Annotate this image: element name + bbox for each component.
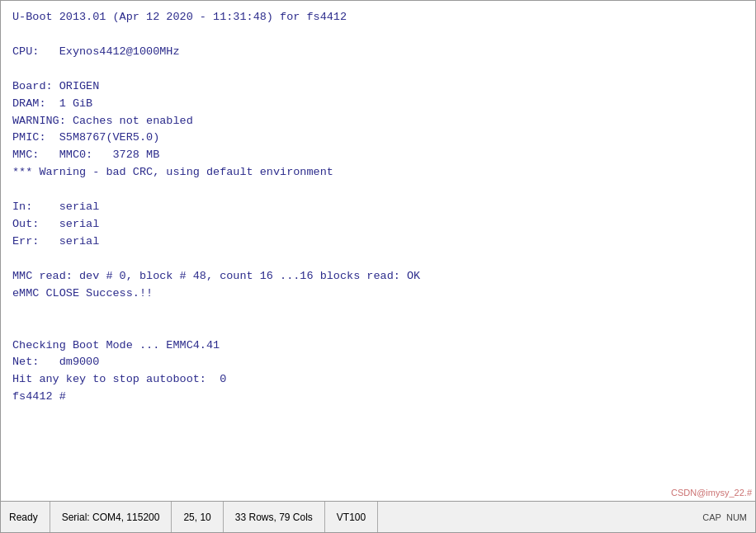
status-serial: Serial: COM4, 115200: [50, 502, 172, 532]
status-bar: Ready Serial: COM4, 115200 25, 10 33 Row…: [1, 501, 755, 532]
watermark: CSDN@imysy_22.#: [668, 485, 755, 501]
terminal-dimensions: 33 Rows, 79 Cols: [235, 512, 313, 523]
status-position: 25, 10: [172, 502, 223, 532]
terminal-content: U-Boot 2013.01 (Apr 12 2020 - 11:31:48) …: [12, 9, 744, 406]
caps-label: CAP: [702, 512, 721, 522]
terminal-body[interactable]: U-Boot 2013.01 (Apr 12 2020 - 11:31:48) …: [1, 1, 755, 501]
ready-label: Ready: [9, 512, 38, 523]
status-caps-num: CAP NUM: [694, 502, 755, 532]
terminal-type-label: VT100: [337, 512, 366, 523]
status-terminal-type: VT100: [325, 502, 378, 532]
status-dimensions: 33 Rows, 79 Cols: [224, 502, 325, 532]
terminal-window: U-Boot 2013.01 (Apr 12 2020 - 11:31:48) …: [0, 0, 756, 533]
num-label: NUM: [726, 512, 747, 522]
status-ready: Ready: [1, 502, 50, 532]
cursor-position: 25, 10: [183, 512, 210, 523]
serial-info: Serial: COM4, 115200: [62, 512, 160, 523]
